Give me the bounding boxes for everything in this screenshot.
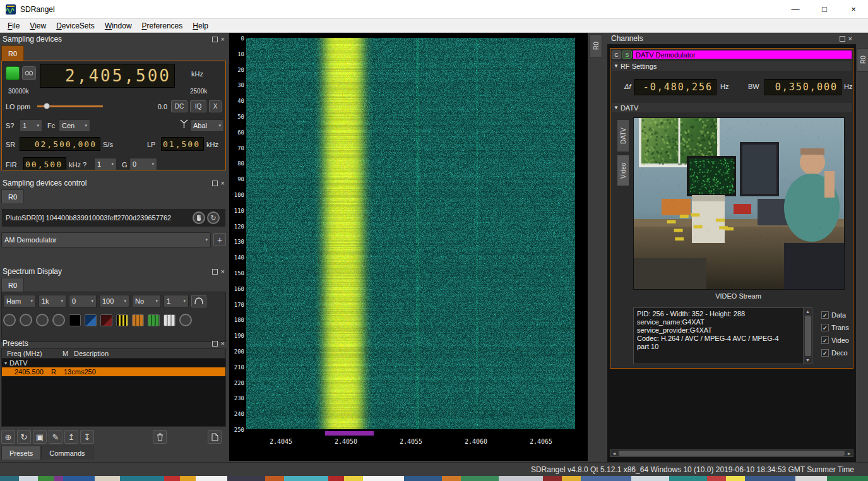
channels-tab-r0[interactable]: R0: [857, 48, 868, 72]
close-icon[interactable]: ×: [221, 340, 225, 347]
start-button[interactable]: [6, 66, 20, 80]
info-scrollbar[interactable]: ▲ ▼: [803, 308, 812, 364]
bw-dial[interactable]: 0,350,000: [764, 79, 841, 95]
save-presets-button[interactable]: ▣: [33, 430, 47, 444]
channel-marker[interactable]: [325, 431, 374, 436]
frequency-dial[interactable]: 2,405,500: [40, 64, 175, 88]
channel-name-bar[interactable]: DATV Demodulator: [633, 50, 852, 59]
close-icon[interactable]: ×: [221, 180, 225, 186]
update-preset-button[interactable]: ↻: [17, 430, 31, 444]
undock-icon[interactable]: [840, 36, 845, 42]
x-button[interactable]: X: [209, 100, 222, 112]
iq-correction-button[interactable]: IQ: [190, 100, 206, 112]
delete-preset-button[interactable]: [153, 430, 167, 444]
scroll-left-icon[interactable]: ◄: [610, 451, 618, 456]
undock-icon[interactable]: [212, 37, 218, 42]
stream-select[interactable]: 1▾: [20, 119, 42, 132]
waterfall-display[interactable]: [246, 38, 575, 429]
decay-button[interactable]: [52, 314, 65, 326]
sampling-device-tab-r0[interactable]: R0: [1, 45, 24, 61]
spectrum-display-tab-r0[interactable]: R0: [1, 278, 24, 292]
spectrum-combo-4[interactable]: 100▾: [99, 295, 129, 307]
spectrum-combo-6[interactable]: 1▾: [163, 295, 189, 307]
freeze-button[interactable]: [179, 314, 192, 326]
antenna-select[interactable]: Abal▾: [190, 119, 224, 132]
export-preset-button[interactable]: ↥: [64, 430, 78, 444]
checkbox-deco[interactable]: ✓Deco: [821, 347, 853, 359]
black-display-button[interactable]: [69, 314, 81, 326]
link-button[interactable]: [22, 66, 36, 80]
maximize-button[interactable]: □: [810, 0, 839, 18]
menu-item-file[interactable]: File: [3, 20, 25, 32]
menu-item-devicesets[interactable]: DeviceSets: [51, 20, 100, 32]
menu-item-help[interactable]: Help: [187, 20, 213, 32]
channels-hscrollbar[interactable]: ◄ ►: [610, 449, 853, 457]
undock-icon[interactable]: [212, 269, 218, 275]
gain-select[interactable]: 0▾: [129, 158, 157, 170]
max-hold-button[interactable]: [100, 314, 112, 326]
tab-video[interactable]: Video: [617, 155, 629, 186]
datv-collapse[interactable]: ▼ DATV: [612, 103, 852, 112]
histogram-palette-button[interactable]: [148, 314, 160, 326]
spectrum-combo-3[interactable]: 0▾: [69, 295, 97, 307]
checkbox-trans[interactable]: ✓Trans: [821, 321, 853, 334]
sampling-control-tab-r0[interactable]: R0: [1, 189, 24, 203]
tab-presets[interactable]: Presets: [1, 446, 41, 460]
checkbox-icon[interactable]: ✓: [821, 324, 829, 331]
channel-color-button[interactable]: C: [612, 50, 621, 59]
sample-rate-dial[interactable]: 02,500,000: [20, 137, 100, 151]
device-reload-button[interactable]: ↻: [207, 211, 220, 224]
tab-commands[interactable]: Commands: [41, 446, 93, 460]
spectrum-combo-1[interactable]: Ham▾: [3, 295, 36, 307]
delta-f-dial[interactable]: -0,480,256: [634, 79, 716, 95]
grid-intensity-button[interactable]: [163, 314, 175, 326]
channel-stream-button[interactable]: S: [622, 50, 632, 59]
range-button[interactable]: [36, 314, 49, 326]
menu-item-window[interactable]: Window: [100, 20, 137, 32]
close-button[interactable]: ×: [839, 0, 868, 18]
undock-icon[interactable]: [212, 341, 218, 347]
preset-group-row[interactable]: ▾ DATV: [2, 359, 225, 367]
dc-block-button[interactable]: DC: [171, 100, 187, 112]
scroll-right-icon[interactable]: ►: [845, 451, 853, 456]
lo-ppm-slider[interactable]: [37, 102, 103, 110]
grid-toggle-button[interactable]: [3, 314, 16, 326]
preset-row[interactable]: 2405.500R13cms250: [2, 367, 225, 376]
demodulator-select[interactable]: AM Demodulator▾: [1, 232, 211, 247]
tab-datv[interactable]: DATV: [617, 119, 629, 152]
reference-level-button[interactable]: [20, 314, 32, 326]
tree-expand-icon[interactable]: ▾: [4, 360, 7, 366]
lowpass-dial[interactable]: 01,500: [161, 137, 204, 151]
checkbox-icon[interactable]: ✓: [821, 336, 829, 344]
checkbox-data[interactable]: ✓Data: [821, 309, 853, 321]
close-icon[interactable]: ×: [221, 268, 225, 275]
load-preset-button[interactable]: [208, 430, 222, 444]
histogram-button[interactable]: [85, 314, 97, 326]
add-preset-button[interactable]: ⊕: [1, 430, 15, 444]
fir-stages-select[interactable]: 1▾: [94, 158, 117, 170]
slider-handle[interactable]: [44, 103, 50, 109]
close-icon[interactable]: ×: [848, 35, 852, 42]
rf-settings-collapse[interactable]: ▼ RF Settings: [612, 61, 852, 71]
fc-position-select[interactable]: Cen▾: [59, 119, 90, 132]
waterfall-palette-button[interactable]: [132, 314, 144, 326]
scroll-handle[interactable]: [805, 316, 811, 356]
undock-icon[interactable]: [212, 181, 218, 186]
spectrum-combo-2[interactable]: 1k▾: [39, 295, 66, 307]
scroll-down-icon[interactable]: ▼: [806, 357, 810, 364]
close-icon[interactable]: ×: [221, 36, 225, 42]
scroll-handle[interactable]: [619, 451, 845, 456]
import-preset-button[interactable]: ↧: [80, 430, 94, 444]
filter-shape-button[interactable]: [191, 295, 206, 307]
spectrum-tab-r0[interactable]: R0: [590, 34, 602, 58]
spectrum-combo-5[interactable]: No▾: [132, 295, 161, 307]
menu-item-preferences[interactable]: Preferences: [137, 20, 188, 32]
checkbox-icon[interactable]: ✓: [821, 311, 829, 319]
add-channel-button[interactable]: +: [213, 233, 226, 246]
fir-bw-dial[interactable]: 00,500: [23, 157, 66, 170]
device-select-button[interactable]: [193, 211, 205, 224]
checkbox-icon[interactable]: ✓: [821, 349, 829, 357]
minimize-button[interactable]: —: [781, 0, 810, 18]
waterfall-button[interactable]: [116, 314, 128, 326]
checkbox-video[interactable]: ✓Video: [821, 334, 853, 347]
